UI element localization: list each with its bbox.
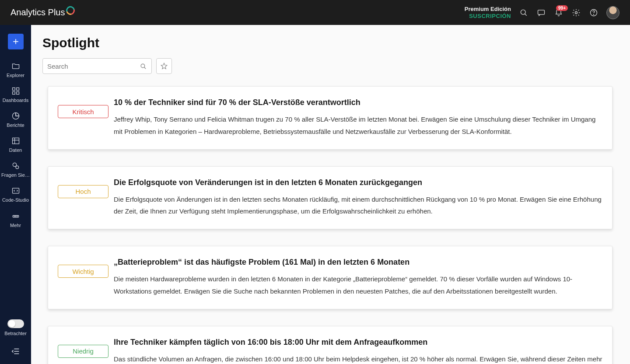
svg-point-26 xyxy=(141,64,145,68)
insight-description: Die Erfolgsquote von Änderungen ist in d… xyxy=(114,193,602,218)
sidebar-item-explorer[interactable]: Explorer xyxy=(0,58,31,81)
svg-point-22 xyxy=(17,216,17,216)
code-icon xyxy=(11,186,20,195)
favorite-button[interactable] xyxy=(156,58,172,74)
svg-point-20 xyxy=(14,216,14,216)
collapse-sidebar-icon[interactable] xyxy=(11,346,21,356)
svg-point-16 xyxy=(16,166,19,169)
gear-icon[interactable] xyxy=(571,8,581,18)
viewer-toggle[interactable] xyxy=(7,319,24,328)
spotlight-search[interactable] xyxy=(42,58,152,74)
sidebar-item-label: Mehr xyxy=(10,223,21,228)
svg-rect-9 xyxy=(16,88,19,91)
subscription-banner[interactable]: Premium Edición SUSCRIPCIÓN xyxy=(465,6,511,19)
severity-badge: Niedrig xyxy=(58,345,108,358)
notifications-badge: 99+ xyxy=(556,5,568,11)
subscription-line1: Premium Edición xyxy=(465,6,511,13)
insight-description: Die meisten Hardwareprobleme wurden in d… xyxy=(114,273,602,298)
dashboard-icon xyxy=(11,87,20,95)
insight-title: „Batterieproblem“ ist das häufigste Prob… xyxy=(114,258,602,267)
insight-card[interactable]: Hoch Die Erfolgsquote von Veränderungen … xyxy=(48,166,612,230)
sidebar-item-dashboards[interactable]: Dashboards xyxy=(0,83,31,106)
sidebar-item-label: Dashboards xyxy=(3,98,28,103)
page-title: Spotlight xyxy=(42,35,619,50)
sidebar-item-label: Code-Studio xyxy=(2,197,29,203)
svg-rect-10 xyxy=(12,92,15,94)
insight-card[interactable]: Wichtig „Batterieproblem“ ist das häufig… xyxy=(48,246,612,309)
svg-line-1 xyxy=(525,14,527,15)
svg-rect-18 xyxy=(12,189,19,194)
sidebar-item-label: Fragen Sie… xyxy=(1,172,30,178)
viewer-toggle-label: Betrachter xyxy=(4,331,27,336)
sidebar-item-mehr[interactable]: Mehr xyxy=(0,208,31,231)
help-icon[interactable] xyxy=(589,8,598,18)
insight-card[interactable]: Niedrig Ihre Techniker kämpfen täglich v… xyxy=(48,326,612,364)
severity-badge: Kritisch xyxy=(58,105,108,118)
top-bar: Analytics Plus Premium Edición SUSCRIPCI… xyxy=(0,0,630,25)
logo-ring-icon xyxy=(64,4,76,16)
svg-rect-12 xyxy=(12,138,19,144)
star-icon xyxy=(160,62,168,70)
search-icon[interactable] xyxy=(519,8,528,18)
sidebar-item-berichte[interactable]: Berichte xyxy=(0,108,31,131)
sidebar-item-label: Berichte xyxy=(7,122,24,128)
sidebar: Explorer Dashboards Berichte Daten Frage… xyxy=(0,25,31,364)
table-icon xyxy=(11,136,20,145)
ask-icon xyxy=(11,161,20,170)
logo[interactable]: Analytics Plus xyxy=(10,7,75,18)
svg-point-5 xyxy=(594,14,594,14)
sidebar-item-daten[interactable]: Daten xyxy=(0,133,31,156)
svg-marker-28 xyxy=(161,63,167,69)
folder-icon xyxy=(11,62,20,70)
sidebar-item-fragen[interactable]: Fragen Sie… xyxy=(0,158,31,181)
insight-title: Ihre Techniker kämpfen täglich von 16:00… xyxy=(114,338,602,347)
insight-title: 10 % der Techniker sind für 70 % der SLA… xyxy=(114,98,602,107)
svg-rect-8 xyxy=(12,88,15,91)
main-content: Spotlight Kritisch 10 % der Techniker si… xyxy=(31,25,630,364)
svg-rect-2 xyxy=(538,10,545,14)
insight-description: Das stündliche Volumen an Anfragen, die … xyxy=(114,353,602,364)
svg-point-0 xyxy=(521,10,525,14)
add-button[interactable] xyxy=(8,34,24,49)
search-icon xyxy=(140,63,147,70)
sidebar-item-label: Daten xyxy=(9,147,22,153)
bell-icon[interactable]: 99+ xyxy=(554,8,564,18)
sidebar-item-label: Explorer xyxy=(7,73,24,78)
insight-card[interactable]: Kritisch 10 % der Techniker sind für 70 … xyxy=(48,86,612,150)
brand-text: Analytics Plus xyxy=(10,7,65,18)
severity-badge: Hoch xyxy=(58,185,108,198)
svg-line-27 xyxy=(144,67,146,69)
search-input[interactable] xyxy=(47,63,140,70)
more-icon xyxy=(11,212,20,220)
chat-icon[interactable] xyxy=(536,8,546,18)
sidebar-item-code-studio[interactable]: Code-Studio xyxy=(0,183,31,206)
svg-point-3 xyxy=(575,11,578,14)
insight-title: Die Erfolgsquote von Veränderungen ist i… xyxy=(114,178,602,187)
severity-badge: Wichtig xyxy=(58,265,108,278)
subscription-line2: SUSCRIPCIÓN xyxy=(465,13,511,20)
avatar[interactable] xyxy=(606,6,620,19)
pie-chart-icon xyxy=(11,112,20,120)
svg-line-17 xyxy=(16,166,16,166)
svg-rect-11 xyxy=(16,92,19,94)
insight-description: Jeffrey Whip, Tony Serrano und Felicia W… xyxy=(114,113,602,138)
svg-point-21 xyxy=(15,216,16,216)
